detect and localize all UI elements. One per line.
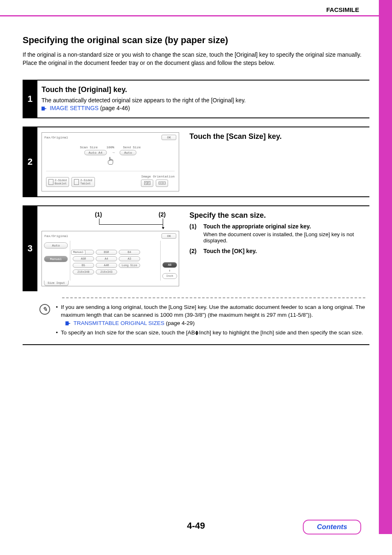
size-input-tab[interactable]: Size Input <box>44 281 69 286</box>
step1-desc: The automatically detected original size… <box>42 97 365 113</box>
size-a4r-button[interactable]: A4R <box>96 263 117 268</box>
note-icon: ✎ <box>39 304 50 315</box>
link-page-ref: (page 4-29) <box>164 320 195 326</box>
two-sided-booklet-button[interactable]: 2-Sided Booklet <box>46 177 69 187</box>
fax-original-size-screen: Fax/Original OK Auto Manual Manual <box>42 231 179 286</box>
orientation-landscape-button[interactable]: AA <box>156 180 168 187</box>
step3-title: Specify the scan size. <box>189 211 365 220</box>
tablet-label: 2-Sided Tablet <box>80 179 92 185</box>
tablet-icon <box>74 179 79 185</box>
size-b5-button[interactable]: B5 <box>73 263 94 268</box>
percent-label: 100% <box>106 145 114 149</box>
sub1-title: Touch the appropriate original size key. <box>203 223 311 230</box>
ab-inch-toggle-icon <box>195 329 198 337</box>
screen-title: Fax/Original <box>44 234 68 238</box>
size-216x343-button[interactable]: 216x343 <box>96 269 117 274</box>
step-number: 3 <box>23 206 37 291</box>
page-title: Specifying the original scan size (by pa… <box>23 35 369 46</box>
arrow-icon: → <box>112 151 114 155</box>
transmittable-sizes-link[interactable]: TRANSMITTABLE ORIGINAL SIZES <box>74 320 164 326</box>
step1-desc-text: The automatically detected original size… <box>42 97 246 104</box>
step-2: 2 Fax/Original OK Scan Size 100% Send Si… <box>23 127 369 197</box>
size-a4-button[interactable]: A4 <box>96 256 117 261</box>
unit-ab-button[interactable]: AB <box>162 262 177 268</box>
size-216x340-button[interactable]: 216x340 <box>73 269 94 274</box>
ok-button[interactable]: OK <box>161 233 176 239</box>
note-2: To specify an Inch size for the scan siz… <box>56 329 365 337</box>
orientation-portrait-button[interactable]: AA <box>141 180 153 187</box>
fax-original-screen: Fax/Original OK Scan Size 100% Send Size… <box>42 132 179 191</box>
sub1-num: (1) <box>189 223 199 244</box>
sub2-title: Touch the [OK] key. <box>203 248 257 254</box>
callout-2: (2) <box>159 211 166 218</box>
sub2-num: (2) <box>189 248 199 254</box>
size-b4-button[interactable]: B4 <box>119 250 140 255</box>
size-a3-button[interactable]: A3 <box>119 256 140 261</box>
size-a5r-button[interactable]: A5R <box>73 256 94 261</box>
step-3: 3 (1) (2) Fax/Original OK <box>23 205 369 345</box>
manual-sublabel: Manual <box>71 250 85 255</box>
section-label: FACSIMILE <box>326 6 359 13</box>
step1-title: Touch the [Original] key. <box>42 85 365 94</box>
step-1: 1 Touch the [Original] key. The automati… <box>23 80 369 118</box>
screen-title: Fax/Original <box>44 136 68 139</box>
auto-tab[interactable]: Auto <box>44 242 68 249</box>
scan-size-label: Scan Size <box>74 145 103 149</box>
send-size-label: Send Size <box>118 145 146 149</box>
scan-size-button[interactable]: Auto A4 <box>84 150 107 155</box>
size-b5r-button[interactable]: B5R <box>96 250 117 255</box>
link-arrow-icon <box>65 321 71 325</box>
booklet-icon <box>48 179 53 185</box>
step2-title: Touch the [Scan Size] key. <box>189 132 365 141</box>
send-size-button[interactable]: Auto <box>120 150 136 155</box>
orientation-label: Image Orientation <box>141 175 175 178</box>
image-settings-link[interactable]: IMAGE SETTINGS <box>50 105 99 111</box>
note-1: If you are sending a long original, touc… <box>56 303 365 327</box>
contents-button[interactable]: Contents <box>303 520 361 534</box>
ok-button[interactable]: OK <box>161 135 176 140</box>
two-sided-tablet-button[interactable]: 2-Sided Tablet <box>71 177 95 187</box>
step-number: 1 <box>23 81 37 117</box>
manual-tab[interactable]: Manual <box>44 256 68 262</box>
link-page-ref: (page 4-46) <box>99 105 130 111</box>
page-number: 4-49 <box>187 520 205 531</box>
unit-inch-button[interactable]: Inch <box>162 273 177 279</box>
swap-icon: ⇕ <box>169 269 171 272</box>
sub1-desc: When the document cover is installed, th… <box>203 231 365 244</box>
callout-1: (1) <box>95 211 102 218</box>
intro-paragraph: If the original is a non-standard size o… <box>23 51 369 67</box>
touch-cursor-icon <box>107 157 114 165</box>
step-number: 2 <box>23 127 37 196</box>
size-long-button[interactable]: Long Size <box>119 263 140 268</box>
booklet-label: 2-Sided Booklet <box>55 179 67 185</box>
link-arrow-icon <box>42 106 47 111</box>
